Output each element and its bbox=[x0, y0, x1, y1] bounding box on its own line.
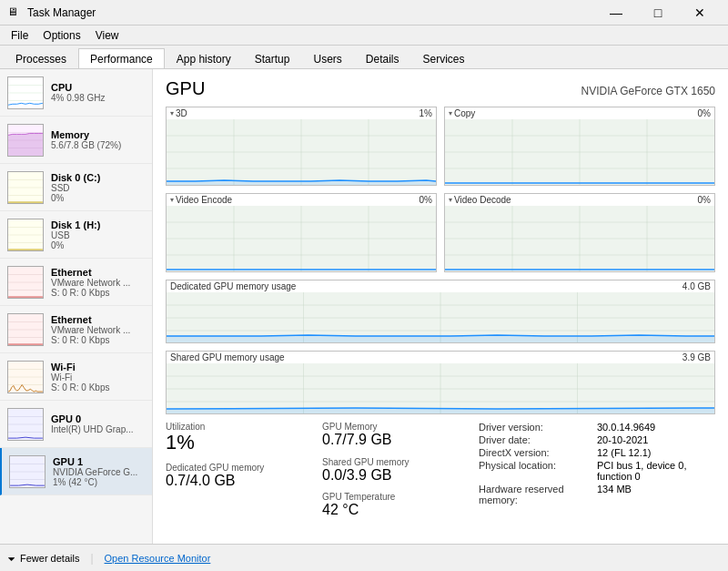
tab-performance[interactable]: Performance bbox=[78, 48, 165, 68]
driver-version-key: Driver version: bbox=[479, 422, 597, 433]
driver-date-row: Driver date: 20-10-2021 bbox=[479, 434, 715, 445]
chart-dedicated-value: 4.0 GB bbox=[682, 281, 711, 291]
disk0-mini-graph bbox=[7, 171, 44, 204]
chart-copy-label: Copy bbox=[454, 108, 475, 118]
ethernet2-val: S: 0 R: 0 Kbps bbox=[51, 335, 145, 345]
shared-mem-value: 0.0/3.9 GB bbox=[322, 467, 479, 484]
tab-details[interactable]: Details bbox=[354, 48, 411, 68]
chart-3d-value: 1% bbox=[420, 108, 432, 118]
minimize-button[interactable]: — bbox=[595, 0, 637, 25]
driver-version-val: 30.0.14.9649 bbox=[597, 422, 655, 433]
driver-location-row: Physical location: PCI bus 1, device 0, … bbox=[479, 460, 715, 482]
chevron-decode-icon: ▾ bbox=[449, 196, 452, 204]
tab-startup[interactable]: Startup bbox=[243, 48, 302, 68]
chart-dedicated-header: Dedicated GPU memory usage 4.0 GB bbox=[167, 280, 714, 292]
stat-gpu-mem: GPU Memory 0.7/7.9 GB bbox=[322, 422, 479, 448]
driver-reserved-key: Hardware reserved memory: bbox=[479, 484, 597, 505]
chart-encode-label: Video Encode bbox=[176, 195, 232, 205]
ethernet1-mini-graph bbox=[7, 266, 44, 299]
chevron-copy-icon: ▾ bbox=[449, 109, 452, 117]
chart-copy-value: 0% bbox=[698, 108, 711, 118]
disk0-sub: SSD bbox=[51, 183, 145, 193]
cpu-mini-graph bbox=[7, 76, 44, 109]
memory-info: Memory 5.6/7.8 GB (72%) bbox=[51, 129, 145, 150]
gpu-temp-label: GPU Temperature bbox=[322, 492, 479, 502]
maximize-button[interactable]: □ bbox=[637, 0, 679, 25]
disk1-sub: USB bbox=[51, 230, 145, 240]
app-icon: 🖥 bbox=[7, 5, 22, 20]
chart-shared-label: Shared GPU memory usage bbox=[170, 352, 285, 362]
tab-users[interactable]: Users bbox=[301, 48, 353, 68]
disk0-val: 0% bbox=[51, 193, 145, 203]
open-resource-monitor-link[interactable]: Open Resource Monitor bbox=[105, 553, 211, 564]
gpu-header: GPU NVIDIA GeForce GTX 1650 bbox=[166, 78, 715, 99]
sidebar-item-disk0[interactable]: Disk 0 (C:) SSD 0% bbox=[0, 164, 152, 211]
menu-view[interactable]: View bbox=[88, 25, 126, 45]
ethernet2-title: Ethernet bbox=[51, 314, 145, 325]
memory-sub: 5.6/7.8 GB (72%) bbox=[51, 140, 145, 150]
tab-bar: Processes Performance App history Startu… bbox=[0, 46, 728, 69]
dedicated-mem-label: Dedicated GPU memory bbox=[166, 463, 322, 473]
gpu-temp-value: 42 °C bbox=[322, 502, 479, 518]
chart-shared-header: Shared GPU memory usage 3.9 GB bbox=[167, 352, 714, 363]
divider: | bbox=[90, 552, 93, 565]
sidebar-item-disk1[interactable]: Disk 1 (H:) USB 0% bbox=[0, 211, 152, 259]
chart-decode-canvas bbox=[445, 206, 714, 271]
disk1-val: 0% bbox=[51, 240, 145, 250]
fewer-details-button[interactable]: 🞃 Fewer details bbox=[7, 553, 79, 564]
chart-dedicated-canvas bbox=[167, 292, 714, 342]
sidebar-item-ethernet1[interactable]: Ethernet VMware Network ... S: 0 R: 0 Kb… bbox=[0, 259, 152, 306]
sidebar-item-gpu1[interactable]: GPU 1 NVIDIA GeForce G... 1% (42 °C) bbox=[0, 448, 152, 495]
sidebar-item-cpu[interactable]: CPU 4% 0.98 GHz bbox=[0, 69, 152, 117]
wifi-info: Wi-Fi Wi-Fi S: 0 R: 0 Kbps bbox=[51, 362, 145, 393]
svg-marker-8 bbox=[8, 133, 43, 156]
close-button[interactable]: ✕ bbox=[679, 0, 721, 25]
sidebar-item-wifi[interactable]: Wi-Fi Wi-Fi S: 0 R: 0 Kbps bbox=[0, 353, 152, 401]
sidebar-item-ethernet2[interactable]: Ethernet VMware Network ... S: 0 R: 0 Kb… bbox=[0, 306, 152, 353]
driver-directx-row: DirectX version: 12 (FL 12.1) bbox=[479, 447, 715, 458]
disk1-info: Disk 1 (H:) USB 0% bbox=[51, 219, 145, 250]
title-bar: 🖥 Task Manager — □ ✕ bbox=[0, 0, 728, 25]
chart-3d: ▾ 3D 1% bbox=[166, 107, 437, 186]
memory-title: Memory bbox=[51, 129, 145, 140]
gpu1-title: GPU 1 bbox=[53, 456, 145, 467]
chart-copy: ▾ Copy 0% bbox=[444, 107, 715, 186]
ethernet1-sub: VMware Network ... bbox=[51, 278, 145, 288]
gpu-model: NVIDIA GeForce GTX 1650 bbox=[581, 85, 715, 97]
gpu-title: GPU bbox=[166, 78, 205, 99]
sidebar-item-memory[interactable]: Memory 5.6/7.8 GB (72%) bbox=[0, 117, 152, 164]
main-container: CPU 4% 0.98 GHz Memory 5.6/7.8 GB (72%) bbox=[0, 69, 728, 544]
chevron-up-icon: 🞃 bbox=[7, 553, 16, 563]
chart-dedicated-label: Dedicated GPU memory usage bbox=[170, 281, 296, 291]
tab-app-history[interactable]: App history bbox=[165, 48, 243, 68]
stat-utilization: Utilization 1% bbox=[166, 422, 322, 454]
chart-shared-value: 3.9 GB bbox=[682, 352, 711, 362]
driver-version-row: Driver version: 30.0.14.9649 bbox=[479, 422, 715, 433]
menu-file[interactable]: File bbox=[4, 25, 35, 45]
wifi-val: S: 0 R: 0 Kbps bbox=[51, 382, 145, 393]
gpu1-mini-graph bbox=[9, 455, 46, 488]
driver-reserved-val: 134 MB bbox=[597, 484, 632, 505]
ethernet2-sub: VMware Network ... bbox=[51, 325, 145, 335]
driver-location-val: PCI bus 1, device 0, function 0 bbox=[597, 460, 715, 482]
wifi-sub: Wi-Fi bbox=[51, 372, 145, 382]
cpu-title: CPU bbox=[51, 82, 145, 93]
tab-processes[interactable]: Processes bbox=[4, 48, 78, 68]
wifi-mini-graph bbox=[7, 361, 44, 393]
menu-options[interactable]: Options bbox=[35, 25, 87, 45]
chart-encode-header: ▾ Video Encode 0% bbox=[167, 194, 436, 206]
gpu1-info: GPU 1 NVIDIA GeForce G... 1% (42 °C) bbox=[53, 456, 145, 487]
stats-row: Utilization 1% Dedicated GPU memory 0.7/… bbox=[166, 422, 715, 527]
stat-shared-mem: Shared GPU memory 0.0/3.9 GB bbox=[322, 457, 479, 484]
driver-info-panel: Driver version: 30.0.14.9649 Driver date… bbox=[479, 422, 715, 527]
shared-mem-label: Shared GPU memory bbox=[322, 457, 479, 467]
stat-col-left: Utilization 1% Dedicated GPU memory 0.7/… bbox=[166, 422, 322, 527]
dedicated-mem-value: 0.7/4.0 GB bbox=[166, 473, 322, 489]
sidebar-item-gpu0[interactable]: GPU 0 Intel(R) UHD Grap... bbox=[0, 401, 152, 448]
chart-shared-memory: Shared GPU memory usage 3.9 GB bbox=[166, 351, 715, 414]
fewer-details-label: Fewer details bbox=[20, 553, 79, 564]
sidebar: CPU 4% 0.98 GHz Memory 5.6/7.8 GB (72%) bbox=[0, 69, 153, 544]
tab-services[interactable]: Services bbox=[411, 48, 477, 68]
driver-directx-val: 12 (FL 12.1) bbox=[597, 447, 652, 458]
chart-decode-header: ▾ Video Decode 0% bbox=[445, 194, 714, 206]
